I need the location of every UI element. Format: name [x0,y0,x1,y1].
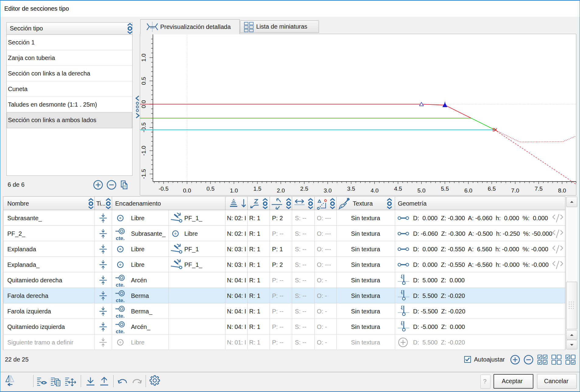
svg-text:cte.: cte. [116,282,125,288]
svg-text:-0.5: -0.5 [159,185,169,192]
svg-text:0.0: 0.0 [183,187,191,194]
svg-text:5.5: 5.5 [441,185,449,192]
svg-text:7.5: 7.5 [535,185,543,192]
svg-text:-1.5: -1.5 [140,169,147,179]
svg-text:7.0: 7.0 [511,187,519,194]
svg-text:6.5: 6.5 [488,185,496,192]
svg-text:8.0: 8.0 [558,187,566,194]
svg-text:cte.: cte. [116,328,125,334]
svg-text:6.0: 6.0 [464,187,472,194]
svg-text:1.0: 1.0 [140,54,147,62]
svg-text:3.5: 3.5 [347,185,355,192]
svg-text:1.5: 1.5 [253,185,261,192]
svg-text:1.0: 1.0 [230,187,238,194]
svg-text:0.5: 0.5 [140,77,147,85]
svg-text:-0.5: -0.5 [140,122,147,132]
svg-text:4.5: 4.5 [394,185,402,192]
svg-text:2.5: 2.5 [300,185,308,192]
svg-text:4.0: 4.0 [370,187,378,194]
svg-text:2.0: 2.0 [277,187,285,194]
svg-text:3.0: 3.0 [324,187,331,194]
svg-text:-1.0: -1.0 [140,146,147,156]
svg-text:cte.: cte. [116,235,125,241]
svg-text:5.0: 5.0 [417,187,425,194]
svg-text:0.5: 0.5 [207,185,214,192]
svg-text:cte.: cte. [116,313,125,319]
svg-text:cte.: cte. [116,297,125,303]
